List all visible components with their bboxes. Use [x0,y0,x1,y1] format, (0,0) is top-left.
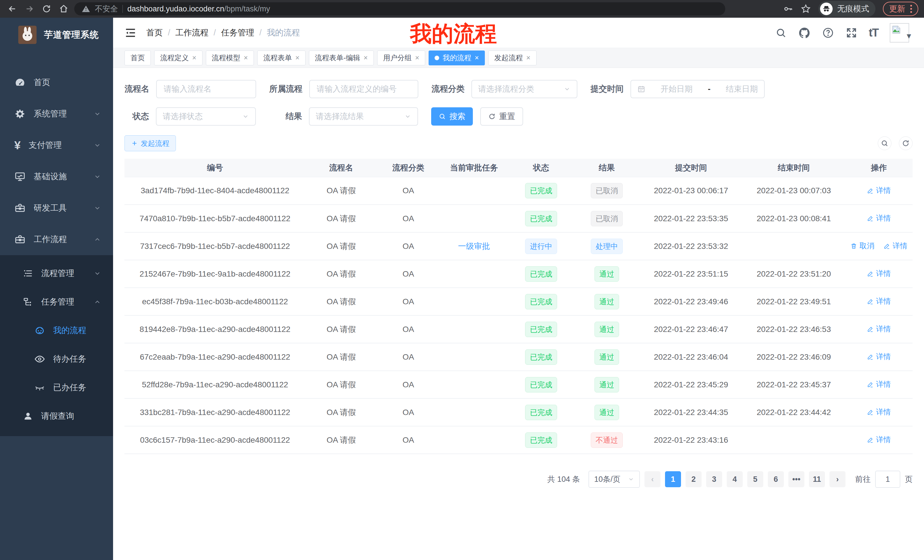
search-button-label: 搜索 [449,111,465,122]
tab-process-form[interactable]: 流程表单× [257,51,306,65]
search-button[interactable]: 搜索 [431,107,473,126]
process-name-input[interactable] [156,80,256,98]
detail-link[interactable]: 详情 [867,213,891,223]
detail-link[interactable]: 详情 [884,241,908,251]
parent-process-input[interactable] [309,80,418,98]
key-icon[interactable] [783,4,793,14]
close-icon[interactable]: × [526,54,531,62]
close-icon[interactable]: × [363,54,368,62]
sidebar-item-task-mgmt[interactable]: 任务管理 [0,288,113,316]
tab-user-group[interactable]: 用户分组× [377,51,426,65]
detail-link[interactable]: 详情 [867,186,891,196]
browser-home-icon[interactable] [57,2,70,15]
sidebar-item-home[interactable]: 首页 [0,67,113,98]
detail-link[interactable]: 详情 [867,379,891,389]
prev-page-button[interactable]: ‹ [645,471,660,487]
trash-icon [850,243,857,250]
help-icon[interactable] [822,27,834,39]
sidebar-item-devtools[interactable]: 研发工具 [0,192,113,224]
chevron-down-icon [94,142,101,149]
browser-menu-icon[interactable] [910,5,912,13]
detail-link[interactable]: 详情 [867,407,891,417]
page-button-5[interactable]: 5 [747,471,763,487]
update-button[interactable]: 更新 [883,2,918,16]
category-select[interactable]: 请选择流程分类 [471,80,578,98]
close-icon[interactable]: × [415,54,420,62]
tab-process-definition[interactable]: 流程定义× [154,51,202,65]
page-ellipsis[interactable]: ••• [788,471,804,487]
page-size-select[interactable]: 10条/页 [588,471,640,488]
sidebar-item-payment[interactable]: ¥ 支付管理 [0,130,113,161]
sidebar-item-infra[interactable]: 基础设施 [0,161,113,192]
page-button-6[interactable]: 6 [768,471,784,487]
refresh-table-icon[interactable] [899,136,913,150]
detail-link[interactable]: 详情 [867,296,891,306]
detail-link[interactable]: 详情 [867,269,891,279]
table-row: 7317cec6-7b9b-11ec-b5b7-acde48001122 OA … [124,232,913,260]
page-button-4[interactable]: 4 [727,471,742,487]
start-process-button[interactable]: 发起流程 [124,135,176,151]
font-size-icon[interactable]: tT [869,26,879,39]
sidebar-item-todo-tasks[interactable]: 待办任务 [0,345,113,373]
tab-label: 用户分组 [383,53,412,63]
caret-down-icon[interactable]: ▼ [905,32,913,40]
sidebar-item-workflow[interactable]: 工作流程 [0,224,113,255]
page-button-1[interactable]: 1 [665,471,681,487]
cancel-link[interactable]: 取消 [850,241,874,251]
tab-process-model[interactable]: 流程模型× [206,51,254,65]
page-button-2[interactable]: 2 [686,471,702,487]
table-row: 52ffd28e-7b9a-11ec-a290-acde48001122 OA … [124,371,913,398]
flow-tree-icon [23,297,33,307]
cell-submit-time: 2022-01-22 23:46:04 [640,343,742,371]
sidebar-item-done-tasks[interactable]: 已办任务 [0,373,113,402]
fullscreen-icon[interactable] [846,27,858,39]
goto-page-input[interactable] [875,471,900,488]
tab-my-process[interactable]: 我的流程× [429,51,485,65]
breadcrumb-item[interactable]: 任务管理 [221,27,254,39]
sidebar-item-label: 研发工具 [34,202,67,214]
page-url: dashboard.yudao.iocoder.cn/bpm/task/my [128,4,270,13]
incognito-badge[interactable]: 无痕模式 [818,1,876,17]
status-select[interactable]: 请选择状态 [156,107,256,126]
cell-id: 7317cec6-7b9b-11ec-b5b7-acde48001122 [124,232,306,260]
sidebar-item-process-mgmt[interactable]: 流程管理 [0,259,113,288]
detail-link[interactable]: 详情 [867,435,891,445]
collapse-sidebar-icon[interactable] [124,27,136,39]
bookmark-star-icon[interactable] [801,4,811,14]
current-task-link[interactable]: 一级审批 [458,242,490,251]
sidebar-item-system[interactable]: 系统管理 [0,98,113,130]
detail-link[interactable]: 详情 [867,324,891,334]
address-bar[interactable]: 不安全 dashboard.yudao.iocoder.cn/bpm/task/… [74,2,725,15]
breadcrumb-item[interactable]: 首页 [146,27,163,39]
github-icon[interactable] [798,27,811,39]
result-select[interactable]: 请选择流结果 [309,107,418,126]
date-range-picker[interactable]: 开始日期 - 结束日期 [630,80,765,98]
search-toggle-icon[interactable] [878,136,891,150]
app-logo[interactable]: 芋道管理系统 [0,18,113,52]
chevron-down-icon [242,113,249,120]
edit-icon [884,243,890,250]
sidebar-item-leave-query[interactable]: 请假查询 [0,402,113,430]
search-icon[interactable] [775,27,787,39]
breadcrumb-separator: / [259,28,261,37]
browser-reload-icon[interactable] [40,2,53,15]
tab-home[interactable]: 首页 [124,51,151,65]
reset-button[interactable]: 重置 [480,107,523,126]
col-category: 流程分类 [377,159,440,177]
browser-back-icon[interactable] [6,2,19,15]
close-icon[interactable]: × [475,54,479,62]
page-button-3[interactable]: 3 [706,471,722,487]
close-icon[interactable]: × [192,54,196,62]
detail-link[interactable]: 详情 [867,352,891,362]
category-label: 流程分类 [432,83,465,95]
page-button-11[interactable]: 11 [809,471,825,487]
breadcrumb-item[interactable]: 工作流程 [176,27,208,39]
tab-process-form-edit[interactable]: 流程表单-编辑× [309,51,374,65]
content-area: 流程名 所属流程 流程分类 请选择流程分类 [113,68,924,560]
sidebar-item-my-process[interactable]: 我的流程 [0,316,113,345]
tab-start-process[interactable]: 发起流程× [488,51,537,65]
close-icon[interactable]: × [295,54,300,62]
browser-forward-icon[interactable] [23,2,36,15]
close-icon[interactable]: × [244,54,248,62]
next-page-button[interactable]: › [830,471,846,487]
